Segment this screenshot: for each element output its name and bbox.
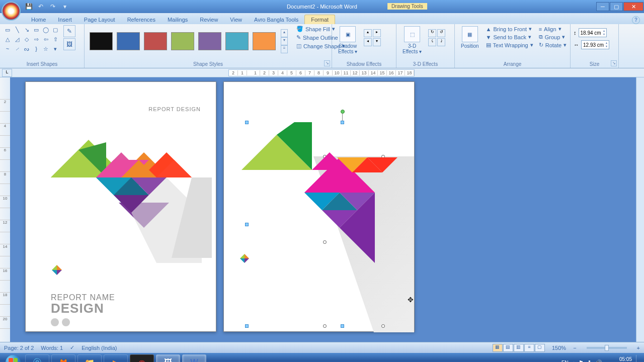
style-swatch-4[interactable]: [171, 32, 194, 50]
view-outline[interactable]: ≡: [524, 344, 534, 352]
text-wrap-button[interactable]: ▤Text Wrapping ▾: [486, 41, 534, 49]
tilt-left[interactable]: ⤹: [428, 38, 436, 46]
zoom-thumb[interactable]: [605, 345, 609, 351]
style-swatch-3[interactable]: [144, 32, 167, 50]
shape-triangle[interactable]: △: [3, 35, 12, 44]
shape-rtriangle[interactable]: ◿: [13, 35, 22, 44]
gallery-up[interactable]: ▴: [281, 29, 288, 37]
show-desktop-button[interactable]: [636, 355, 641, 362]
task-ie[interactable]: ⓔ: [25, 354, 49, 362]
style-swatch-1[interactable]: [90, 32, 113, 50]
task-word[interactable]: W: [182, 354, 206, 362]
maximize-button[interactable]: ▢: [610, 2, 623, 11]
tab-page-layout[interactable]: Page Layout: [78, 15, 121, 24]
shape-freeform[interactable]: ⟋: [13, 44, 22, 53]
zoom-in[interactable]: +: [637, 345, 640, 351]
vertical-scrollbar[interactable]: [636, 77, 644, 342]
qat-customize[interactable]: ▾: [60, 2, 69, 11]
qat-save[interactable]: 💾: [24, 2, 33, 11]
task-explorer[interactable]: 📁: [77, 354, 102, 362]
tray-clock[interactable]: 05:05 13-02-2017: [606, 356, 632, 362]
tray-volume-icon[interactable]: 🔊: [595, 359, 602, 363]
tab-avro[interactable]: Avro Bangla Tools: [248, 15, 304, 24]
close-button[interactable]: ✕: [623, 2, 643, 11]
style-gallery[interactable]: ▴ ▾ ≡: [88, 25, 290, 57]
minimize-button[interactable]: ─: [596, 2, 609, 11]
status-zoom-level[interactable]: 150%: [552, 345, 566, 351]
rotation-handle[interactable]: [341, 110, 345, 114]
office-button[interactable]: [2, 2, 21, 21]
shape-roundrect[interactable]: ▢: [51, 25, 60, 34]
position-button[interactable]: ▦ Position: [458, 25, 482, 50]
nudge-down[interactable]: ▾: [373, 38, 381, 46]
task-paint[interactable]: 🖼: [156, 354, 180, 362]
sel-handle-bl[interactable]: [245, 324, 249, 328]
tab-view[interactable]: View: [224, 15, 248, 24]
sel-handle-bottom[interactable]: [341, 324, 344, 328]
tab-review[interactable]: Review: [194, 15, 224, 24]
size-launcher[interactable]: ↘: [611, 60, 617, 66]
sel-handle-br[interactable]: [381, 324, 385, 328]
shape-oval[interactable]: ◯: [41, 25, 50, 34]
style-swatch-7[interactable]: [253, 32, 276, 50]
zoom-slider[interactable]: [587, 347, 627, 349]
tilt-down[interactable]: ⤸: [437, 38, 445, 46]
tilt-right[interactable]: ↺: [437, 29, 445, 37]
tray-language[interactable]: EN: [561, 360, 569, 363]
shape-styles-launcher[interactable]: ↘: [324, 60, 330, 66]
page-2[interactable]: ✥: [223, 81, 415, 332]
page-1[interactable]: REPORT DESIGN: [25, 81, 216, 332]
shape-rect[interactable]: ▭: [32, 25, 41, 34]
style-swatch-2[interactable]: [117, 32, 140, 50]
shape-star[interactable]: ☆: [41, 44, 50, 53]
tab-insert[interactable]: Insert: [52, 15, 78, 24]
start-button[interactable]: [3, 354, 23, 362]
shape-textbox[interactable]: ▭: [3, 25, 12, 34]
text-box-button[interactable]: 🖼: [63, 38, 75, 50]
help-icon[interactable]: ?: [632, 16, 640, 24]
task-media[interactable]: ▶: [104, 354, 128, 362]
rotate-button[interactable]: ↻Rotate ▾: [538, 41, 567, 49]
shape-arrow[interactable]: ↘: [22, 25, 31, 34]
page2-small-logo[interactable]: [239, 253, 250, 264]
view-web-layout[interactable]: ▥: [514, 344, 524, 352]
shape-rarrow[interactable]: ⇨: [32, 35, 41, 44]
qat-redo[interactable]: ↷: [48, 2, 57, 11]
shape-scribble[interactable]: ᔓ: [22, 44, 31, 53]
shapes-palette[interactable]: ▭ ╲ ↘ ▭ ◯ ▢ △ ◿ ◇ ⇨ ⇦ ⇧ ~ ⟋ ᔓ } ☆ ▾: [3, 25, 60, 53]
width-input[interactable]: 12.93 cm▴▾: [581, 40, 609, 49]
shape-curve[interactable]: ~: [3, 44, 12, 53]
gallery-down[interactable]: ▾: [281, 37, 288, 45]
status-words[interactable]: Words: 1: [41, 345, 63, 351]
nudge-right[interactable]: ▸: [373, 29, 381, 37]
shape-more[interactable]: ▾: [51, 44, 60, 53]
edit-shape-button[interactable]: ✎: [63, 25, 75, 37]
shape-uarrow[interactable]: ⇧: [51, 35, 60, 44]
bring-front-button[interactable]: ▲Bring to Front ▾: [486, 25, 534, 33]
task-firefox[interactable]: 🦊: [51, 354, 75, 362]
view-full-screen[interactable]: ▤: [503, 344, 513, 352]
status-language[interactable]: English (India): [82, 345, 117, 351]
tab-format[interactable]: Format: [304, 15, 335, 24]
shape-larrow[interactable]: ⇦: [41, 35, 50, 44]
status-spellcheck-icon[interactable]: ✓: [70, 344, 74, 351]
style-swatch-6[interactable]: [225, 32, 249, 50]
tray-up-icon[interactable]: ▴: [573, 359, 576, 363]
shape-brace[interactable]: }: [32, 44, 41, 53]
shadow-effects-button[interactable]: ▣ ShadowEffects ▾: [335, 25, 360, 55]
zoom-out[interactable]: −: [573, 345, 576, 351]
shape-diamond[interactable]: ◇: [22, 35, 31, 44]
task-recorder[interactable]: ◉: [130, 354, 154, 362]
tilt-up[interactable]: ↻: [428, 29, 436, 37]
3d-effects-button[interactable]: ⬚ 3-DEffects ▾: [399, 25, 425, 55]
tray-network-icon[interactable]: 🖧: [587, 359, 592, 363]
align-button[interactable]: ≡Align ▾: [538, 25, 567, 33]
tab-mailings[interactable]: Mailings: [162, 15, 194, 24]
height-input[interactable]: 18.94 cm▴▾: [579, 28, 607, 37]
nudge-up[interactable]: ▴: [364, 29, 372, 37]
view-print-layout[interactable]: ▦: [493, 344, 503, 352]
send-back-button[interactable]: ▼Send to Back ▾: [486, 33, 534, 41]
tab-selector[interactable]: L: [2, 69, 12, 77]
view-draft[interactable]: ▢: [535, 344, 545, 352]
style-swatch-5[interactable]: [198, 32, 221, 50]
